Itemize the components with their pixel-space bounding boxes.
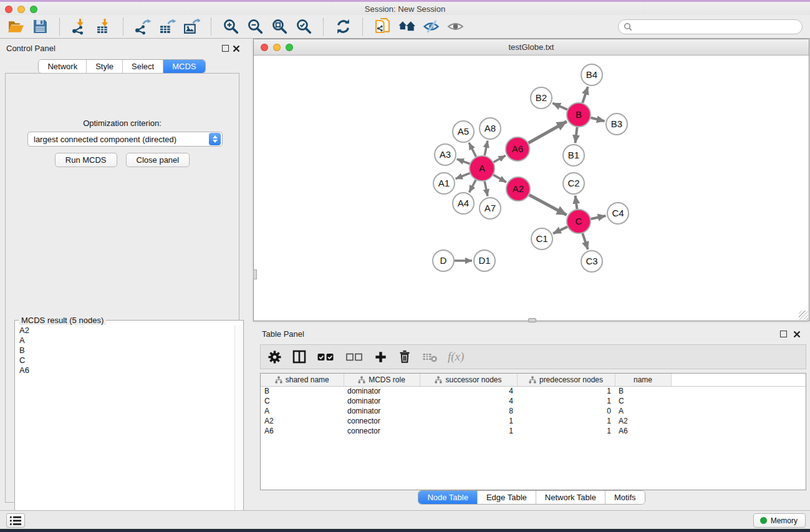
column-header-successor-nodes[interactable]: successor nodes xyxy=(420,374,517,386)
save-session-button[interactable] xyxy=(31,17,49,36)
criterion-select[interactable]: largest connected component (directed) xyxy=(27,132,223,147)
mcds-result-item[interactable]: A6 xyxy=(16,365,234,375)
cell-successor-nodes[interactable]: 4 xyxy=(420,386,517,396)
delete-table-button[interactable] xyxy=(422,348,438,365)
edge-A-A8[interactable] xyxy=(485,141,488,156)
edge-B-B1[interactable] xyxy=(575,127,577,143)
table-close-panel-icon[interactable] xyxy=(793,331,801,338)
table-row[interactable]: A2connector11A2 xyxy=(261,416,806,426)
edge-A-A2[interactable] xyxy=(493,175,506,182)
table-row[interactable]: Cdominator41C xyxy=(261,396,806,406)
node-B1[interactable]: B1 xyxy=(563,145,584,166)
cell-MCDS-role[interactable]: connector xyxy=(344,426,420,436)
node-C1[interactable]: C1 xyxy=(531,228,552,249)
task-history-button[interactable] xyxy=(6,513,25,528)
copy-network-button[interactable] xyxy=(373,17,392,36)
column-header-predecessor-nodes[interactable]: predecessor nodes xyxy=(517,374,615,386)
tab-motifs[interactable]: Motifs xyxy=(605,491,645,504)
cell-predecessor-nodes[interactable]: 1 xyxy=(517,416,615,426)
export-network-button[interactable] xyxy=(133,17,152,36)
cell-shared-name[interactable]: A2 xyxy=(261,416,344,426)
cell-shared-name[interactable]: C xyxy=(261,396,344,406)
edge-B-B2[interactable] xyxy=(552,103,567,110)
cell-MCDS-role[interactable]: dominator xyxy=(344,396,420,406)
cell-predecessor-nodes[interactable]: 1 xyxy=(517,396,615,406)
edge-A6-B[interactable] xyxy=(528,122,566,143)
network-canvas[interactable]: B4B2BB3A8A5A6A3B1AA1C2A2A4A7C4CC1C3DD1 xyxy=(254,56,809,321)
column-header-name[interactable]: name xyxy=(615,374,671,386)
node-A[interactable]: A xyxy=(470,156,494,181)
mcds-result-list[interactable]: A2ABCA6 xyxy=(16,326,234,532)
node-B3[interactable]: B3 xyxy=(606,114,627,135)
close-panel-button[interactable]: Close panel xyxy=(126,153,190,167)
import-table-button[interactable] xyxy=(94,17,113,36)
node-B4[interactable]: B4 xyxy=(581,64,602,85)
edge-C-C4[interactable] xyxy=(591,216,606,219)
cell-MCDS-role[interactable]: dominator xyxy=(344,386,420,396)
edge-B-B3[interactable] xyxy=(591,118,604,121)
node-A3[interactable]: A3 xyxy=(435,144,456,165)
tab-style[interactable]: Style xyxy=(86,60,122,73)
float-panel-icon[interactable] xyxy=(222,45,229,52)
zoom-selected-button[interactable] xyxy=(294,17,313,36)
cell-successor-nodes[interactable]: 1 xyxy=(420,426,517,436)
edge-A-A1[interactable] xyxy=(456,173,470,179)
mcds-result-item[interactable]: C xyxy=(16,355,234,365)
tab-node-table[interactable]: Node Table xyxy=(418,491,477,504)
edge-A-A3[interactable] xyxy=(457,159,470,164)
mcds-result-item[interactable]: A xyxy=(16,336,234,346)
home-view-button[interactable] xyxy=(397,17,416,36)
mcds-result-item[interactable]: A2 xyxy=(16,326,234,336)
node-A6[interactable]: A6 xyxy=(506,137,529,161)
bottom-divider-grip[interactable] xyxy=(528,318,536,322)
node-C3[interactable]: C3 xyxy=(581,251,602,272)
cell-successor-nodes[interactable]: 4 xyxy=(420,396,517,406)
cell-MCDS-role[interactable]: dominator xyxy=(344,406,420,416)
delete-column-button[interactable] xyxy=(397,348,412,365)
cell-name[interactable]: A xyxy=(615,406,671,416)
cell-name[interactable]: A2 xyxy=(615,416,671,426)
cell-predecessor-nodes[interactable]: 1 xyxy=(517,426,615,436)
node-B[interactable]: B xyxy=(567,103,591,127)
search-input[interactable] xyxy=(635,22,797,31)
hide-panel-button[interactable] xyxy=(422,17,440,36)
zoom-out-button[interactable] xyxy=(246,17,264,36)
cell-shared-name[interactable]: B xyxy=(261,386,344,396)
edge-C-C2[interactable] xyxy=(576,196,577,209)
node-A5[interactable]: A5 xyxy=(453,121,474,142)
cell-shared-name[interactable]: A6 xyxy=(261,426,344,436)
add-column-button[interactable] xyxy=(374,348,388,365)
node-C[interactable]: C xyxy=(567,210,591,233)
cell-successor-nodes[interactable]: 1 xyxy=(420,416,517,426)
tab-network-table[interactable]: Network Table xyxy=(536,491,605,504)
cell-name[interactable]: B xyxy=(615,386,671,396)
node-D[interactable]: D xyxy=(433,250,454,271)
edge-A2-C[interactable] xyxy=(529,195,567,215)
window-resize-grip[interactable] xyxy=(799,311,808,320)
memory-button[interactable]: Memory xyxy=(753,513,806,528)
run-mcds-button[interactable]: Run MCDS xyxy=(55,153,117,167)
edge-A-A6[interactable] xyxy=(493,156,505,162)
tab-mcds[interactable]: MCDS xyxy=(163,60,205,73)
node-A7[interactable]: A7 xyxy=(480,198,501,219)
column-header-MCDS-role[interactable]: MCDS role xyxy=(344,374,420,386)
node-A4[interactable]: A4 xyxy=(453,193,474,214)
cell-shared-name[interactable]: A xyxy=(261,406,344,416)
zoom-in-button[interactable] xyxy=(221,17,240,36)
refresh-layout-button[interactable] xyxy=(334,17,352,36)
open-session-button[interactable] xyxy=(6,17,25,36)
import-network-button[interactable] xyxy=(70,17,89,36)
node-C4[interactable]: C4 xyxy=(607,203,629,224)
node-A2[interactable]: A2 xyxy=(506,177,530,201)
table-float-panel-icon[interactable] xyxy=(780,331,787,337)
cell-name[interactable]: C xyxy=(615,396,671,406)
network-window-titlebar[interactable]: testGlobe.txt xyxy=(254,39,809,56)
close-panel-icon[interactable] xyxy=(233,45,240,52)
function-builder-button[interactable]: f(x) xyxy=(448,348,464,365)
show-panel-button[interactable] xyxy=(446,17,465,36)
column-header-shared-name[interactable]: shared name xyxy=(261,374,344,386)
tab-edge-table[interactable]: Edge Table xyxy=(477,491,536,504)
deselect-all-button[interactable] xyxy=(345,348,364,365)
cell-predecessor-nodes[interactable]: 0 xyxy=(517,406,615,416)
node-C2[interactable]: C2 xyxy=(563,173,584,194)
